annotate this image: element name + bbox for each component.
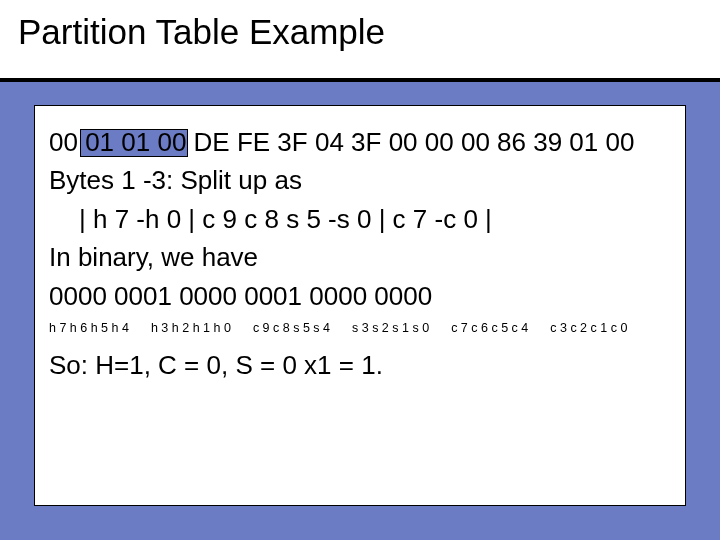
- bit-group-2: c 9 c 8 s 5 s 4: [253, 320, 330, 338]
- bytes-label-line: Bytes 1 -3: Split up as: [49, 162, 671, 198]
- body: 00 01 01 00 DE FE 3F 04 3F 00 00 00 86 3…: [35, 106, 685, 398]
- title-underline: [0, 78, 720, 82]
- split-pattern-line: | h 7 -h 0 | c 9 c 8 s 5 -s 0 | c 7 -c 0…: [49, 201, 671, 237]
- slide: Partition Table Example 00 01 01 00 DE F…: [0, 0, 720, 540]
- bit-group-5: c 3 c 2 c 1 c 0: [550, 320, 627, 338]
- bit-labels-row: h 7 h 6 h 5 h 4 h 3 h 2 h 1 h 0 c 9 c 8 …: [49, 320, 671, 338]
- binary-value-line: 0000 0001 0000 0001 0000 0000: [49, 278, 671, 314]
- slide-title: Partition Table Example: [18, 12, 720, 52]
- content-box: 00 01 01 00 DE FE 3F 04 3F 00 00 00 86 3…: [34, 105, 686, 506]
- hex-bytes-text: 00 01 01 00 DE FE 3F 04 3F 00 00 00 86 3…: [49, 127, 634, 157]
- result-line: So: H=1, C = 0, S = 0 x1 = 1.: [49, 347, 671, 383]
- hex-bytes-line: 00 01 01 00 DE FE 3F 04 3F 00 00 00 86 3…: [49, 124, 671, 160]
- bit-group-0: h 7 h 6 h 5 h 4: [49, 320, 129, 338]
- bit-group-1: h 3 h 2 h 1 h 0: [151, 320, 231, 338]
- bit-group-4: c 7 c 6 c 5 c 4: [451, 320, 528, 338]
- binary-label-line: In binary, we have: [49, 239, 671, 275]
- title-area: Partition Table Example: [0, 0, 720, 78]
- bit-group-3: s 3 s 2 s 1 s 0: [352, 320, 429, 338]
